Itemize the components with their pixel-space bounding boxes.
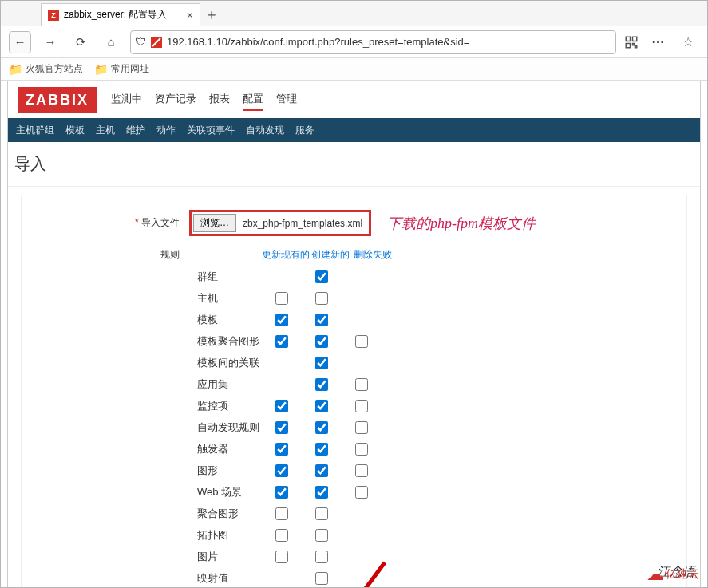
rule-row: 模板聚合图形 [30,330,678,352]
bookmark-star-icon[interactable]: ☆ [677,31,699,53]
snav-templates[interactable]: 模板 [65,124,85,137]
shield-icon: 🛡 [136,36,146,48]
back-button[interactable]: ← [9,31,31,53]
close-tab-icon[interactable]: × [187,9,193,22]
cloud-icon: ☁ [647,564,664,585]
checkbox-update[interactable] [275,443,288,456]
checkbox-delete[interactable] [355,464,368,477]
secondary-nav: 主机群组 模板 主机 维护 动作 关联项事件 自动发现 服务 [8,118,700,142]
rule-name: 触发器 [30,442,261,456]
new-tab-button[interactable]: ＋ [200,3,223,26]
page-title: 导入 [8,142,700,187]
browse-button[interactable]: 浏览… [193,214,236,232]
cloud-brand-text: 亿速云 [666,567,699,582]
rule-name: 图片 [30,550,261,564]
rule-name: 模板 [30,313,261,327]
col-update: 更新现有的 [261,248,310,262]
rule-row: 模板 [30,309,678,330]
nav-monitor[interactable]: 监测中 [111,89,142,111]
qr-icon[interactable] [624,35,639,49]
rule-row: 映射值 [30,567,678,587]
checkbox-update[interactable] [275,421,288,434]
home-button[interactable]: ⌂ [100,31,122,53]
snav-hosts[interactable]: 主机 [96,124,115,137]
checkbox-create[interactable] [315,507,328,520]
checkbox-delete[interactable] [355,421,368,434]
checkbox-create[interactable] [315,270,328,283]
checkbox-create[interactable] [315,314,328,326]
checkbox-update[interactable] [275,292,288,305]
browser-nav-bar: ← → ⟳ ⌂ 🛡 192.168.1.10/zabbix/conf.impor… [1,26,707,58]
nav-admin[interactable]: 管理 [276,89,297,111]
checkbox-update[interactable] [275,335,288,348]
rule-name: 映射值 [30,571,261,586]
checkbox-update[interactable] [275,529,288,542]
checkbox-create[interactable] [315,464,328,477]
checkbox-create[interactable] [315,551,328,563]
svg-rect-0 [626,37,630,41]
snav-actions[interactable]: 动作 [156,124,176,137]
nav-config[interactable]: 配置 [243,89,263,111]
checkbox-create[interactable] [315,572,328,585]
browser-tab[interactable]: Z zabbix_server: 配置导入 × [41,3,200,26]
reload-button[interactable]: ⟳ [69,31,92,53]
snav-corr[interactable]: 关联项事件 [187,124,235,137]
checkbox-update[interactable] [275,464,288,477]
checkbox-create[interactable] [315,443,328,456]
checkbox-delete[interactable] [355,443,368,456]
rule-row: 触发器 [30,438,678,460]
bookmark-bar: 📁火狐官方站点 📁常用网址 [1,58,707,81]
folder-icon: 📁 [94,63,108,76]
rule-row: Web 场景 [30,481,678,503]
checkbox-update[interactable] [275,507,288,520]
checkbox-delete[interactable] [355,378,368,391]
import-form: 导入文件 浏览… zbx_php-fpm_templates.xml 下载的ph… [21,195,687,587]
checkbox-delete[interactable] [355,486,368,499]
svg-rect-2 [626,43,630,47]
rule-row: 监控项 [30,395,678,416]
snav-maint[interactable]: 维护 [126,124,145,137]
snav-hostgroups[interactable]: 主机群组 [16,124,54,137]
checkbox-create[interactable] [315,378,328,391]
checkbox-delete[interactable] [355,335,368,348]
forward-button[interactable]: → [39,31,61,53]
browser-tab-bar: Z zabbix_server: 配置导入 × ＋ [1,1,707,26]
checkbox-update[interactable] [275,486,288,499]
svg-rect-4 [635,45,637,47]
rule-row: 主机 [30,287,678,309]
bookmark-common[interactable]: 📁常用网址 [94,62,149,76]
zabbix-logo[interactable]: ZABBIX [18,87,97,113]
checkbox-create[interactable] [315,357,328,369]
rule-row: 图片 [30,546,678,567]
more-dots-icon[interactable]: ⋯ [647,31,669,53]
checkbox-update[interactable] [275,551,288,563]
rule-name: 监控项 [30,399,261,413]
checkbox-create[interactable] [315,486,328,499]
cloud-brand-logo: ☁ 亿速云 [647,564,699,585]
bookmark-firefox[interactable]: 📁火狐官方站点 [9,62,83,76]
url-bar[interactable]: 🛡 192.168.1.10/zabbix/conf.import.php?ru… [130,30,616,54]
rule-row: 模板间的关联 [30,352,678,373]
col-delete: 删除失败 [350,248,395,262]
checkbox-create[interactable] [315,421,328,434]
checkbox-update[interactable] [275,400,288,412]
checkbox-create[interactable] [315,400,328,412]
site-identity-icon [151,37,162,48]
app-header: ZABBIX 监测中 资产记录 报表 配置 管理 [8,81,700,118]
rule-row: 图形 [30,460,678,481]
checkbox-delete[interactable] [355,400,368,412]
checkbox-create[interactable] [315,292,328,305]
snav-services[interactable]: 服务 [295,124,314,137]
rule-name: 模板间的关联 [30,356,261,370]
checkbox-update[interactable] [275,314,288,326]
rule-name: 模板聚合图形 [30,334,261,349]
checkbox-create[interactable] [315,335,328,348]
snav-disco[interactable]: 自动发现 [246,124,284,137]
nav-reports[interactable]: 报表 [209,89,230,111]
file-input-group: 浏览… zbx_php-fpm_templates.xml [189,210,371,236]
checkbox-create[interactable] [315,529,328,542]
folder-icon: 📁 [9,63,22,76]
nav-inventory[interactable]: 资产记录 [155,89,196,111]
annotation-text: 下载的php-fpm模板文件 [387,214,536,233]
rule-name: 群组 [30,270,261,284]
